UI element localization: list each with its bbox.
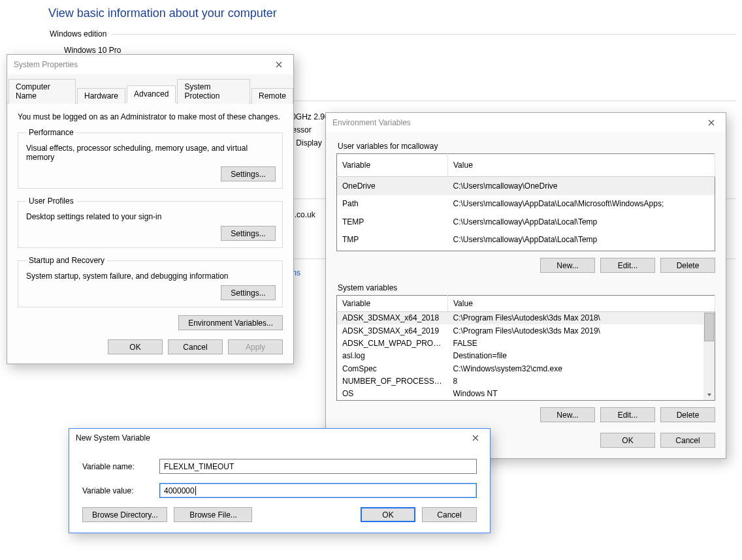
table-row[interactable]: OneDriveC:\Users\mcalloway\OneDrive [337, 176, 715, 194]
user-vars-table[interactable]: Variable Value OneDriveC:\Users\mcallowa… [336, 153, 715, 251]
tab-advanced[interactable]: Advanced [127, 86, 176, 103]
sys-edit-button[interactable]: Edit... [600, 407, 655, 422]
page-title: View basic information about your comput… [48, 7, 742, 20]
var-value: Windows NT [448, 388, 715, 401]
table-row[interactable]: PathC:\Users\mcalloway\AppData\Local\Mic… [337, 195, 715, 213]
text-cursor-icon [195, 486, 196, 495]
environment-variables-button[interactable]: Environment Variables... [178, 315, 283, 330]
environment-variables-window: Environment Variables User variables for… [325, 112, 726, 459]
col-variable[interactable]: Variable [337, 296, 448, 312]
table-row[interactable]: asl.logDestination=file [337, 350, 715, 362]
close-icon[interactable] [270, 58, 288, 71]
user-vars-caption: User variables for mcalloway [338, 142, 715, 151]
tab-hardware[interactable]: Hardware [77, 88, 125, 104]
var-name: ComSpec [337, 362, 448, 375]
browse-directory-button[interactable]: Browse Directory... [82, 507, 167, 522]
ok-button[interactable]: OK [108, 339, 163, 354]
var-name: ADSK_3DSMAX_x64_2019 [337, 324, 448, 337]
user-profiles-settings-button[interactable]: Settings... [221, 226, 276, 241]
startup-recovery-group: Startup and Recovery System startup, sys… [18, 256, 283, 307]
var-name: ADSK_3DSMAX_x64_2018 [337, 311, 448, 324]
system-properties-window: System Properties Computer Name Hardware… [7, 54, 294, 364]
var-name: NUMBER_OF_PROCESSORS [337, 375, 448, 387]
startup-settings-button[interactable]: Settings... [221, 285, 276, 300]
table-row[interactable]: ComSpecC:\Windows\system32\cmd.exe [337, 362, 715, 375]
admin-note: You must be logged on as an Administrato… [18, 112, 283, 121]
table-row[interactable]: ADSK_CLM_WPAD_PROXY_...FALSE [337, 337, 715, 349]
apply-button: Apply [228, 339, 283, 354]
cancel-button[interactable]: Cancel [422, 507, 477, 522]
tab-strip: Computer Name Hardware Advanced System P… [7, 74, 293, 103]
var-value: C:\Windows\system32\cmd.exe [448, 362, 715, 375]
performance-group: Performance Visual effects, processor sc… [18, 128, 283, 189]
table-row[interactable]: TMPC:\Users\mcalloway\AppData\Local\Temp [337, 230, 715, 248]
sys-delete-button[interactable]: Delete [660, 407, 715, 422]
scrollbar[interactable] [703, 312, 715, 400]
var-value: C:\Users\mcalloway\AppData\Local\Temp [448, 213, 715, 230]
table-row[interactable]: OSWindows NT [337, 388, 715, 401]
dialog-title: New System Variable [76, 433, 150, 443]
table-row[interactable]: ADSK_3DSMAX_x64_2019C:\Program Files\Aut… [337, 324, 715, 337]
variable-name-input[interactable] [159, 459, 477, 474]
sys-vars-table[interactable]: Variable Value ADSK_3DSMAX_x64_2018C:\Pr… [336, 295, 715, 401]
var-name: ADSK_CLM_WPAD_PROXY_... [337, 337, 448, 349]
variable-value-input[interactable]: 4000000 [159, 483, 477, 498]
var-value: FALSE [448, 337, 715, 349]
new-system-variable-dialog: New System Variable Variable name: Varia… [69, 428, 491, 533]
col-variable[interactable]: Variable [337, 154, 448, 177]
var-name: OS [337, 388, 448, 401]
close-icon[interactable] [702, 116, 720, 129]
tab-computer-name[interactable]: Computer Name [8, 79, 76, 104]
window-title: Environment Variables [332, 118, 411, 127]
table-row[interactable]: NUMBER_OF_PROCESSORS8 [337, 375, 715, 387]
var-name: OneDrive [337, 176, 448, 194]
tab-remote[interactable]: Remote [251, 88, 293, 104]
var-name: TEMP [337, 213, 448, 230]
sys-new-button[interactable]: New... [540, 407, 595, 422]
var-name: asl.log [337, 350, 448, 362]
cancel-button[interactable]: Cancel [660, 433, 715, 448]
user-edit-button[interactable]: Edit... [600, 258, 655, 273]
var-value: C:\Users\mcalloway\AppData\Local\Microso… [448, 195, 715, 213]
var-name: TMP [337, 230, 448, 248]
user-new-button[interactable]: New... [540, 258, 595, 273]
scroll-down-icon[interactable] [703, 389, 715, 400]
var-value: C:\Program Files\Autodesk\3ds Max 2019\ [448, 324, 715, 337]
edition-legend: Windows edition [48, 29, 112, 39]
variable-value-label: Variable value: [82, 486, 159, 495]
table-row[interactable]: TEMPC:\Users\mcalloway\AppData\Local\Tem… [337, 213, 715, 230]
var-value: C:\Program Files\Autodesk\3ds Max 2018\ [448, 311, 715, 324]
cancel-button[interactable]: Cancel [168, 339, 223, 354]
user-profiles-group: User Profiles Desktop settings related t… [18, 196, 283, 248]
windows-edition-group: Windows edition Windows 10 Pro [48, 29, 735, 57]
user-delete-button[interactable]: Delete [660, 258, 715, 273]
var-value: C:\Users\mcalloway\AppData\Local\Temp [448, 230, 715, 248]
browse-file-button[interactable]: Browse File... [174, 507, 252, 522]
window-title: System Properties [14, 60, 78, 69]
sys-vars-caption: System variables [338, 283, 715, 292]
performance-settings-button[interactable]: Settings... [221, 166, 276, 181]
close-icon[interactable] [466, 431, 485, 444]
col-value[interactable]: Value [448, 296, 715, 312]
var-value: 8 [448, 375, 715, 387]
table-row[interactable]: ADSK_3DSMAX_x64_2018C:\Program Files\Aut… [337, 311, 715, 324]
tab-system-protection[interactable]: System Protection [177, 79, 250, 104]
var-value: C:\Users\mcalloway\OneDrive [448, 176, 715, 194]
scroll-thumb[interactable] [704, 313, 714, 341]
variable-name-label: Variable name: [82, 462, 159, 471]
var-value: Destination=file [448, 350, 715, 362]
var-name: Path [337, 195, 448, 213]
ok-button[interactable]: OK [600, 433, 655, 448]
col-value[interactable]: Value [448, 154, 715, 177]
ok-button[interactable]: OK [361, 507, 415, 522]
